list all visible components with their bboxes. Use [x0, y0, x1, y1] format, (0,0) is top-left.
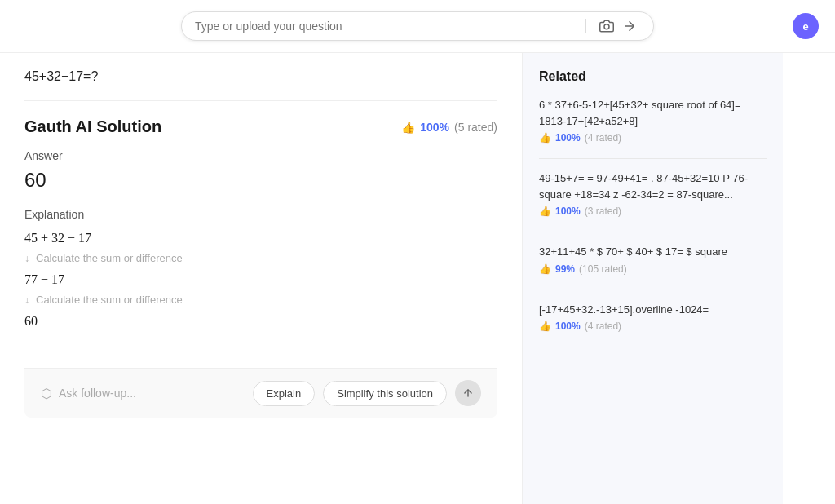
- thumbs-up-icon-2: 👍: [539, 206, 551, 217]
- right-sidebar: Related 6 * 37+6-5-12+[45+32+ square roo…: [522, 53, 783, 504]
- related-item-2-pct: 100%: [555, 206, 581, 217]
- top-bar: e: [0, 0, 835, 53]
- related-item-2-text: 49-15+7= = 97-49+41= . 87-45+32=10 P 76-…: [539, 170, 767, 202]
- related-item-3-text: 32+11+45 * $ 70+ $ 40+ $ 17= $ square: [539, 244, 767, 260]
- related-item-1-rating: 👍 100% (4 rated): [539, 132, 767, 144]
- camera-icon-button[interactable]: [594, 19, 619, 33]
- submit-arrow-button[interactable]: [619, 19, 640, 33]
- step-arrow-2-icon: ↓: [24, 294, 29, 306]
- rating-count: (5 rated): [454, 121, 497, 134]
- question-text: 45+32−17=?: [24, 69, 497, 84]
- related-item-2-rating: 👍 100% (3 rated): [539, 206, 767, 217]
- search-input[interactable]: [195, 20, 577, 33]
- related-item-3-pct: 99%: [555, 263, 575, 275]
- followup-icon: ⬡: [41, 386, 52, 401]
- search-container: [181, 11, 654, 41]
- explanation-label: Explanation: [24, 208, 497, 221]
- step-3-expr: 60: [24, 314, 497, 329]
- related-item-1-cnt: (4 rated): [585, 132, 621, 144]
- ask-followup-area[interactable]: ⬡ Ask follow-up...: [41, 386, 245, 401]
- related-item-1-pct: 100%: [555, 132, 581, 144]
- rating-percent: 100%: [420, 121, 449, 134]
- step-2-expr: 77 − 17: [24, 272, 497, 287]
- related-title: Related: [539, 69, 767, 84]
- related-item-2[interactable]: 49-15+7= = 97-49+41= . 87-45+32=10 P 76-…: [539, 170, 767, 217]
- related-item-3-rating: 👍 99% (105 rated): [539, 263, 767, 275]
- action-bar: ⬡ Ask follow-up... Explain Simplify this…: [24, 368, 497, 418]
- step-1-expr: 45 + 32 − 17: [24, 231, 497, 245]
- related-item-1-text: 6 * 37+6-5-12+[45+32+ square root of 64]…: [539, 97, 767, 129]
- step-1-hint: ↓ Calculate the sum or difference: [24, 252, 497, 264]
- related-item-3[interactable]: 32+11+45 * $ 70+ $ 40+ $ 17= $ square 👍 …: [539, 244, 767, 275]
- user-avatar[interactable]: e: [793, 13, 819, 39]
- answer-label: Answer: [24, 149, 497, 162]
- main-layout: 45+32−17=? Gauth AI Solution 👍 100% (5 r…: [0, 53, 835, 504]
- simplify-button[interactable]: Simplify this solution: [323, 381, 447, 406]
- related-item-4-cnt: (4 rated): [585, 321, 621, 332]
- step-1-hint-text: Calculate the sum or difference: [36, 252, 183, 264]
- solution-header: Gauth AI Solution 👍 100% (5 rated): [24, 117, 497, 136]
- related-item-4-pct: 100%: [555, 321, 581, 332]
- explain-button[interactable]: Explain: [253, 381, 316, 406]
- related-item-4-text: [-17+45+32.-13+15].overline -1024=: [539, 302, 767, 318]
- thumbs-up-icon-1: 👍: [539, 132, 551, 144]
- ask-followup-placeholder: Ask follow-up...: [59, 387, 136, 400]
- related-divider-1: [539, 158, 767, 159]
- left-content: 45+32−17=? Gauth AI Solution 👍 100% (5 r…: [0, 53, 522, 504]
- thumbs-up-icon-3: 👍: [539, 263, 551, 275]
- rating-badge: 👍 100% (5 rated): [401, 121, 497, 134]
- related-item-3-cnt: (105 rated): [579, 263, 627, 275]
- thumbs-up-icon-4: 👍: [539, 321, 551, 332]
- step-2-hint-text: Calculate the sum or difference: [36, 294, 183, 306]
- step-2-hint: ↓ Calculate the sum or difference: [24, 294, 497, 306]
- step-arrow-icon: ↓: [24, 253, 29, 264]
- related-item-4-rating: 👍 100% (4 rated): [539, 321, 767, 332]
- related-item-4[interactable]: [-17+45+32.-13+15].overline -1024= 👍 100…: [539, 302, 767, 333]
- solution-title: Gauth AI Solution: [24, 117, 161, 136]
- related-divider-2: [539, 232, 767, 232]
- svg-point-0: [604, 24, 609, 29]
- question-divider: [24, 100, 497, 101]
- related-item-1[interactable]: 6 * 37+6-5-12+[45+32+ square root of 64]…: [539, 97, 767, 144]
- related-item-2-cnt: (3 rated): [585, 206, 621, 217]
- search-divider: [585, 19, 586, 33]
- thumbs-up-icon: 👍: [401, 121, 415, 134]
- answer-value: 60: [24, 169, 497, 192]
- upload-button[interactable]: [455, 380, 481, 406]
- related-divider-3: [539, 290, 767, 290]
